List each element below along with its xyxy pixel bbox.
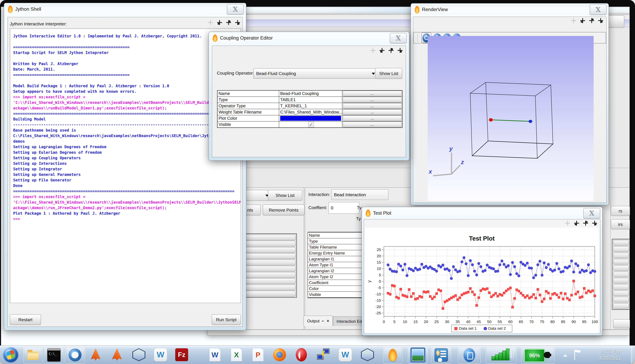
ellipsis-button[interactable] xyxy=(613,240,629,246)
show-desktop-button[interactable] xyxy=(631,346,635,364)
taskbar-prism-3d-2-icon[interactable] xyxy=(359,346,376,363)
taskbar-filezilla-icon[interactable] xyxy=(174,346,190,363)
ellipsis-button[interactable] xyxy=(613,272,629,277)
property-value[interactable]: ✓ xyxy=(279,122,342,128)
jython-console[interactable]: Jython Interactive Editor 1.0 : Implemen… xyxy=(10,28,241,303)
dock-pin-icon[interactable] xyxy=(208,20,213,25)
dock-controls[interactable] xyxy=(565,220,597,226)
close-button[interactable]: X xyxy=(227,4,244,14)
ellipsis-button[interactable] xyxy=(613,303,629,308)
taskbar-matlab-1-icon[interactable] xyxy=(88,346,104,363)
dock-pin-icon[interactable] xyxy=(592,220,597,226)
coeffient-input[interactable]: 0 xyxy=(329,202,359,214)
close-icon[interactable]: ✕ xyxy=(327,319,329,323)
taskbar-broadcast-app-icon[interactable] xyxy=(293,346,309,363)
dock-pin-icon[interactable] xyxy=(598,18,603,23)
ellipsis-button[interactable]: ... xyxy=(343,91,402,96)
taskbar-wireless-signal-icon[interactable] xyxy=(486,346,517,364)
taskbar-battery-icon[interactable]: 96% xyxy=(521,346,555,364)
close-button[interactable]: X xyxy=(590,4,606,15)
dock-pin-icon[interactable] xyxy=(583,220,588,226)
dock-pin-icon[interactable] xyxy=(574,220,579,226)
jython-titlebar[interactable]: Jython Shell xyxy=(4,3,246,15)
ellipsis-button[interactable] xyxy=(613,284,629,290)
testplot-titlebar[interactable]: Test Plot xyxy=(362,207,602,219)
renderview-titlebar[interactable]: RenderView xyxy=(411,4,608,16)
right-partial-button-1[interactable]: rs xyxy=(611,206,630,216)
taskbar-windows-explorer-icon[interactable] xyxy=(23,346,43,364)
coupling-titlebar[interactable]: Coupling Operator Editor xyxy=(209,32,409,44)
taskbar-word-icon[interactable]: W xyxy=(207,346,223,363)
dock-pin-icon[interactable] xyxy=(589,18,594,23)
ellipsis-button[interactable]: ... xyxy=(343,103,402,109)
coupling-operator-combo[interactable]: Bead-Fluid Coupling xyxy=(253,68,378,78)
show-list-button[interactable]: Show List xyxy=(268,190,302,201)
visible-checkbox[interactable]: ✓ xyxy=(308,122,314,127)
dock-controls[interactable] xyxy=(370,48,403,53)
taskbar-image-viewer-icon[interactable] xyxy=(408,346,428,364)
dock-pin-icon[interactable] xyxy=(235,20,240,25)
taskbar-prism-3d-1-icon[interactable] xyxy=(131,346,147,363)
dock-pin-icon[interactable] xyxy=(397,48,403,53)
property-value[interactable]: T_KERNEL_1 xyxy=(279,103,342,109)
dock-pin-icon[interactable] xyxy=(388,48,394,53)
taskbar[interactable]: WXP96%9:35 PM9/20/2011 xyxy=(0,346,635,364)
right-partial-button-2[interactable]: irs xyxy=(611,219,630,229)
property-value[interactable]: TABLE1 xyxy=(279,97,342,103)
dock-pin-icon[interactable] xyxy=(565,220,570,226)
ellipsis-button[interactable] xyxy=(613,290,629,296)
property-value[interactable] xyxy=(279,115,342,121)
console-line: Building Model xyxy=(13,116,238,122)
interaction-combo[interactable]: Bead Interaction xyxy=(331,190,388,200)
run-script-button[interactable]: Run Script xyxy=(212,314,241,325)
tab-output[interactable]: Output ▪▫ ✕ xyxy=(304,316,333,326)
taskbar-clock[interactable]: 9:35 PM9/20/2011 xyxy=(598,348,621,362)
dock-pin-icon[interactable] xyxy=(217,20,222,25)
taskbar-w-editor-1-icon[interactable] xyxy=(153,346,169,363)
dock-pin-icon[interactable] xyxy=(370,48,376,53)
property-value[interactable]: C:\Files_Shared_With_Window... xyxy=(279,109,342,115)
restart-button[interactable]: Restart xyxy=(10,314,41,325)
taskbar-thunderbird-icon[interactable] xyxy=(65,346,85,364)
ellipsis-button[interactable] xyxy=(613,259,629,264)
color-swatch[interactable] xyxy=(280,116,341,121)
ellipsis-button[interactable]: ... xyxy=(343,109,402,115)
close-button[interactable]: X xyxy=(583,208,600,218)
render-viewport[interactable]: y x z xyxy=(428,36,594,201)
taskbar-remote-desktop-icon[interactable] xyxy=(315,346,331,363)
restore-icon[interactable]: ▪▫ xyxy=(322,319,324,323)
ellipsis-button[interactable] xyxy=(613,253,629,258)
dock-pin-icon[interactable] xyxy=(379,48,385,53)
taskbar-network-tool-icon[interactable] xyxy=(458,346,481,364)
property-value[interactable]: Bead-Fluid Coupling xyxy=(279,90,342,96)
ellipsis-button[interactable]: ... xyxy=(343,116,402,121)
ellipsis-button[interactable] xyxy=(613,265,629,271)
ellipsis-button[interactable]: ... xyxy=(343,122,402,127)
ellipsis-button[interactable] xyxy=(613,246,629,252)
remove-points-button[interactable]: Remove Points xyxy=(263,204,305,216)
taskbar-start-orb-icon[interactable] xyxy=(2,346,19,363)
dock-pin-icon[interactable] xyxy=(571,18,576,23)
taskbar-media-app-icon[interactable] xyxy=(431,346,451,364)
right-partial-button-3[interactable] xyxy=(613,319,630,328)
dock-controls[interactable] xyxy=(208,20,240,25)
dock-pin-icon[interactable] xyxy=(580,18,585,23)
taskbar-matlab-2-icon[interactable] xyxy=(109,346,125,363)
ellipsis-button[interactable]: ... xyxy=(343,97,402,102)
taskbar-selm-app-icon[interactable] xyxy=(383,346,402,364)
taskbar-excel-icon[interactable]: X xyxy=(229,346,244,363)
toolbar-drag-handle[interactable] xyxy=(417,34,419,42)
taskbar-w-editor-2-icon[interactable] xyxy=(337,346,353,363)
close-button[interactable]: X xyxy=(390,33,407,43)
taskbar-command-prompt-icon[interactable] xyxy=(44,346,64,364)
ellipsis-button[interactable] xyxy=(613,278,629,283)
dock-controls[interactable] xyxy=(571,18,603,23)
action-center-flag-icon[interactable] xyxy=(573,350,581,360)
ellipsis-button[interactable] xyxy=(613,297,629,302)
taskbar-firefox-icon[interactable] xyxy=(272,346,288,363)
dock-pin-icon[interactable] xyxy=(226,20,231,25)
tray-overflow-arrow[interactable] xyxy=(563,352,567,357)
corner-partial-button[interactable] xyxy=(608,16,624,28)
show-list-button[interactable]: Show List xyxy=(375,68,402,79)
taskbar-powerpoint-icon[interactable]: P xyxy=(250,346,266,363)
